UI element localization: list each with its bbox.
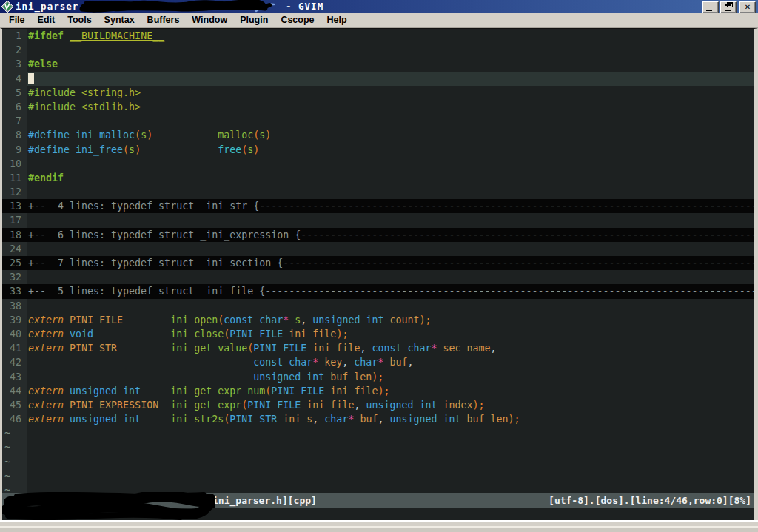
empty-buffer-line[interactable]: ~ — [2, 469, 754, 483]
code-line[interactable]: 8#define ini_malloc(s) malloc(s) — [2, 128, 754, 142]
line-number: 1 — [2, 29, 27, 43]
code-line[interactable]: 44extern unsigned int ini_get_expr_num(P… — [2, 384, 754, 398]
line-number: 46 — [2, 412, 27, 426]
line-number: 44 — [2, 384, 27, 398]
code-line[interactable]: 42 const char* key, char* buf, — [2, 355, 754, 369]
code-line[interactable]: 2 — [2, 43, 754, 57]
menu-item-tools[interactable]: Tools — [61, 14, 97, 27]
menu-item-plugin[interactable]: Plugin — [234, 14, 274, 27]
menu-item-help[interactable]: Help — [321, 14, 353, 27]
empty-buffer-line[interactable]: ~ — [2, 455, 754, 469]
line-number: 8 — [2, 128, 27, 142]
code-line[interactable]: 46extern unsigned int ini_str2s(PINI_STR… — [2, 412, 754, 426]
code-line[interactable]: 5#include <string.h> — [2, 86, 754, 100]
folded-line[interactable]: 25+-- 7 lines: typedef struct _ini_secti… — [2, 256, 754, 270]
empty-buffer-line[interactable]: ~ — [2, 426, 754, 440]
close-icon: ✕ — [740, 2, 755, 12]
folded-line[interactable]: 18+-- 6 lines: typedef struct _ini_expre… — [2, 228, 754, 242]
text-editor-area[interactable]: 1#ifdef __BUILDMACHINE__23#else45#includ… — [2, 29, 754, 493]
line-number: 4 — [2, 72, 27, 86]
line-text: extern PINI_EXPRESSION ini_get_expr(PINI… — [27, 398, 754, 412]
code-line[interactable]: 32 — [2, 270, 754, 284]
line-text: unsigned int buf_len); — [27, 370, 754, 384]
line-text: +-- 6 lines: typedef struct _ini_express… — [27, 228, 754, 242]
line-text — [27, 157, 754, 171]
empty-buffer-line[interactable]: ~ — [2, 440, 754, 454]
line-text: extern void ini_close(PINI_FILE ini_file… — [27, 327, 754, 341]
code-line[interactable]: 1#ifdef __BUILDMACHINE__ — [2, 29, 754, 43]
code-line[interactable]: 39extern PINI_FILE ini_open(const char* … — [2, 313, 754, 327]
line-number: 12 — [2, 185, 27, 199]
minimize-button[interactable] — [702, 1, 719, 13]
line-number: 24 — [2, 242, 27, 256]
code-line[interactable]: 41extern PINI_STR ini_get_value(PINI_FIL… — [2, 341, 754, 355]
line-text: #ifdef __BUILDMACHINE__ — [27, 29, 754, 43]
code-line[interactable]: 24 — [2, 242, 754, 256]
gvim-window: ini_parser.h - GVIM ✕ FileEditToolsSynta… — [0, 0, 758, 532]
menubar: FileEditToolsSyntaxBuffersWindowPluginCs… — [0, 13, 758, 28]
line-text: extern PINI_STR ini_get_value(PINI_FILE … — [27, 341, 754, 355]
menu-item-buffers[interactable]: Buffers — [141, 14, 186, 27]
line-text: +-- 5 lines: typedef struct _ini_file {-… — [27, 284, 754, 298]
code-line[interactable]: 7 — [2, 114, 754, 128]
folded-line[interactable]: 13+-- 4 lines: typedef struct _ini_str {… — [2, 199, 754, 213]
line-text — [27, 242, 754, 256]
line-text — [27, 114, 754, 128]
code-line[interactable]: 45extern PINI_EXPRESSION ini_get_expr(PI… — [2, 398, 754, 412]
line-text — [27, 455, 754, 469]
tilde-marker: ~ — [2, 440, 27, 454]
window-bottom-border — [0, 520, 758, 532]
line-number: 11 — [2, 171, 27, 185]
code-line[interactable]: 10 — [2, 157, 754, 171]
restore-button[interactable] — [720, 1, 737, 13]
window-titlebar: ini_parser.h - GVIM ✕ — [0, 0, 758, 13]
line-text — [27, 72, 754, 86]
code-line[interactable]: 6#include <stdlib.h> — [2, 100, 754, 114]
code-line[interactable]: 17 — [2, 213, 754, 227]
line-number: 42 — [2, 355, 27, 369]
code-line[interactable]: 11#endif — [2, 171, 754, 185]
folded-line[interactable]: 33+-- 5 lines: typedef struct _ini_file … — [2, 284, 754, 298]
status-file-info: ini_parser.h][cpp] — [212, 493, 317, 508]
minimize-icon — [706, 10, 712, 11]
close-button[interactable]: ✕ — [739, 1, 756, 13]
line-text: extern unsigned int ini_str2s(PINI_STR i… — [27, 412, 754, 426]
line-text — [27, 426, 754, 440]
code-line[interactable]: 43 unsigned int buf_len); — [2, 370, 754, 384]
code-line[interactable]: 3#else — [2, 57, 754, 71]
line-text: #include <stdlib.h> — [27, 100, 754, 114]
line-text: #define ini_malloc(s) malloc(s) — [27, 128, 754, 142]
code-line[interactable]: 40extern void ini_close(PINI_FILE ini_fi… — [2, 327, 754, 341]
line-number: 18 — [2, 228, 27, 242]
line-text: #define ini_free(s) free(s) — [27, 143, 754, 157]
line-number: 39 — [2, 313, 27, 327]
line-text: #include <string.h> — [27, 86, 754, 100]
line-text: #endif — [27, 171, 754, 185]
line-number: 5 — [2, 86, 27, 100]
menu-item-file[interactable]: File — [3, 14, 31, 27]
title-redaction-scribble — [78, 0, 278, 13]
menu-item-syntax[interactable]: Syntax — [98, 14, 141, 27]
status-redaction-scribble — [2, 492, 215, 521]
menu-item-window[interactable]: Window — [186, 14, 233, 27]
line-text — [27, 213, 754, 227]
line-number: 7 — [2, 114, 27, 128]
menu-item-cscope[interactable]: Cscope — [275, 14, 320, 27]
code-line[interactable]: 4 — [2, 72, 754, 86]
line-number: 13 — [2, 199, 27, 213]
line-number: 3 — [2, 57, 27, 71]
code-line[interactable]: 9#define ini_free(s) free(s) — [2, 143, 754, 157]
line-text: +-- 7 lines: typedef struct _ini_section… — [27, 256, 754, 270]
line-text — [27, 440, 754, 454]
line-number: 43 — [2, 370, 27, 384]
text-cursor — [28, 73, 34, 84]
line-number: 41 — [2, 341, 27, 355]
line-number: 38 — [2, 299, 27, 313]
line-text — [27, 299, 754, 313]
tilde-marker: ~ — [2, 469, 27, 483]
menu-item-edit[interactable]: Edit — [32, 14, 61, 27]
line-number: 25 — [2, 256, 27, 270]
code-line[interactable]: 38 — [2, 299, 754, 313]
code-line[interactable]: 12 — [2, 185, 754, 199]
line-text: #else — [27, 57, 754, 71]
